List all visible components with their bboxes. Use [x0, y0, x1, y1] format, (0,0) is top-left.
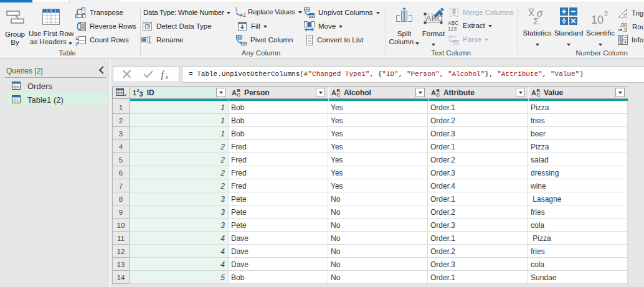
svg-text:x: x: [164, 73, 168, 80]
svg-text:?: ?: [146, 24, 149, 29]
svg-text:.0: .0: [623, 27, 627, 32]
svg-text:1: 1: [235, 6, 238, 12]
svg-text:Σ: Σ: [533, 16, 539, 25]
svg-text:3: 3: [620, 40, 622, 44]
svg-text:1: 1: [75, 35, 78, 40]
svg-text:2: 2: [243, 12, 246, 17]
svg-text:2: 2: [604, 10, 608, 17]
svg-text:1: 1: [620, 35, 622, 40]
svg-text:abc: abc: [448, 34, 457, 39]
svg-text:10: 10: [591, 14, 604, 25]
svg-text:2: 2: [75, 40, 78, 45]
svg-text:123: 123: [448, 26, 457, 32]
